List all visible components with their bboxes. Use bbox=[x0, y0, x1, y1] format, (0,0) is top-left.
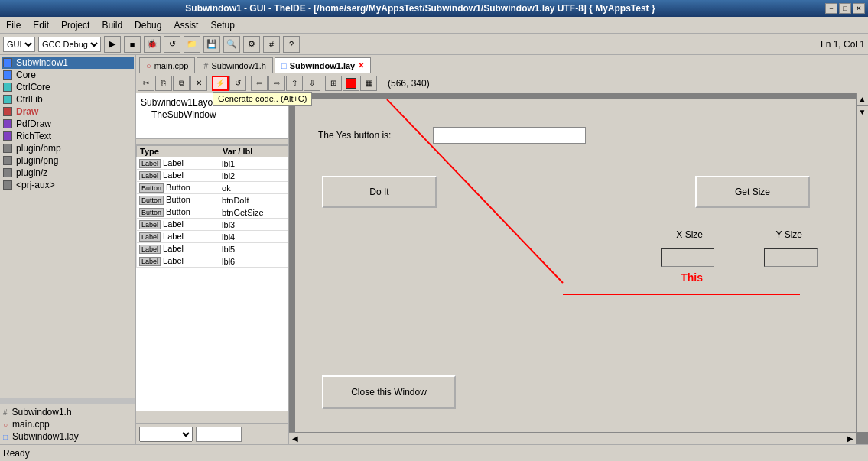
sidebar-item-pluginpng[interactable]: plugin/png bbox=[2, 154, 134, 167]
undo-btn[interactable]: ↺ bbox=[229, 76, 246, 91]
layout-var-input[interactable] bbox=[196, 427, 242, 442]
menu-bar: File Edit Project Build Debug Assist Set… bbox=[0, 17, 868, 34]
canvas-vscroll[interactable]: ▲ ▼ bbox=[856, 93, 868, 432]
tab-close-icon[interactable]: ✕ bbox=[358, 61, 364, 70]
align-top-btn[interactable]: ⇧ bbox=[286, 76, 303, 91]
toolbar-stop-btn[interactable]: ■ bbox=[124, 36, 141, 53]
maximize-button[interactable]: □ bbox=[839, 3, 851, 14]
toolbar: GUI GCC Debug ▶ ■ 🐞 ↺ 📁 💾 🔍 ⚙ # ? Ln 1, … bbox=[0, 34, 868, 55]
table-scroll[interactable] bbox=[136, 411, 288, 423]
grid-btn[interactable]: ⊞ bbox=[325, 76, 342, 91]
main-layout: Subwindow1 Core CtrlCore CtrlLib Draw Pd… bbox=[0, 55, 868, 444]
close-window-button[interactable]: Close this Window bbox=[322, 375, 456, 409]
toolbar-debug-btn[interactable]: 🐞 bbox=[144, 36, 161, 53]
layout-panel-left: Subwindow1Layout TheSubWindow Type bbox=[136, 93, 289, 444]
table-row[interactable]: Label Label lbl6 bbox=[137, 255, 288, 268]
tree-scroll[interactable] bbox=[136, 139, 288, 145]
get-size-button[interactable]: Get Size bbox=[695, 176, 810, 208]
table-row[interactable]: Label Label lbl4 bbox=[137, 231, 288, 243]
menu-debug[interactable]: Debug bbox=[132, 19, 164, 31]
toolbar-find-btn[interactable]: 🔍 bbox=[223, 36, 240, 53]
textbox-yes-value[interactable] bbox=[433, 127, 586, 144]
toolbar-help-btn[interactable]: ? bbox=[283, 36, 300, 53]
canvas-hscroll[interactable]: ◀ ▶ bbox=[289, 432, 856, 444]
tab-main-cpp-icon: ○ bbox=[146, 61, 151, 70]
hash-icon: # bbox=[3, 408, 8, 417]
status-bar: Ready bbox=[0, 444, 868, 461]
file-subwindow1h[interactable]: # Subwindow1.h bbox=[2, 406, 134, 418]
toolbar-reload-btn[interactable]: ↺ bbox=[164, 36, 180, 53]
pdfdraw-icon bbox=[3, 119, 12, 128]
tabs-row: ○ main.cpp # Subwindow1.h □ Subwindow1.l… bbox=[136, 55, 868, 73]
col-type-header: Type bbox=[137, 146, 219, 157]
input-y-size[interactable] bbox=[764, 248, 818, 267]
color-red-btn[interactable] bbox=[343, 76, 359, 91]
sidebar-item-ctrllib[interactable]: CtrlLib bbox=[2, 93, 134, 106]
do-it-button[interactable]: Do It bbox=[322, 176, 437, 208]
table-row[interactable]: Label Label lbl3 bbox=[137, 219, 288, 231]
align-left-btn[interactable]: ⇦ bbox=[251, 76, 268, 91]
menu-edit[interactable]: Edit bbox=[30, 19, 52, 31]
toolbar-build-btn[interactable]: ▶ bbox=[104, 36, 121, 53]
menu-build[interactable]: Build bbox=[99, 19, 125, 31]
input-x-size[interactable] bbox=[661, 248, 714, 267]
sidebar-item-pdfdraw[interactable]: PdfDraw bbox=[2, 118, 134, 130]
sidebar: Subwindow1 Core CtrlCore CtrlLib Draw Pd… bbox=[0, 55, 136, 444]
table-row[interactable]: Button Button btnGetSize bbox=[137, 206, 288, 219]
sidebar-item-richtext[interactable]: RichText bbox=[2, 130, 134, 142]
table-row[interactable]: Label Label lbl2 bbox=[137, 170, 288, 182]
table-row[interactable]: Label Label lbl1 bbox=[137, 157, 288, 170]
paste-btn[interactable]: ⧉ bbox=[173, 76, 190, 91]
toolbar-open-btn[interactable]: 📁 bbox=[184, 36, 200, 53]
sidebar-item-subwindow1[interactable]: Subwindow1 bbox=[2, 57, 134, 69]
menu-file[interactable]: File bbox=[3, 19, 24, 31]
align-bottom-btn[interactable]: ⇩ bbox=[304, 76, 320, 91]
table-row[interactable]: Label Label lbl5 bbox=[137, 243, 288, 255]
ctrlcore-icon bbox=[3, 83, 12, 92]
toolbar-replace-btn[interactable]: ⚙ bbox=[243, 36, 260, 53]
canvas-design-area: The Yes button is: Do It Get Size X Size… bbox=[295, 99, 856, 432]
window-controls[interactable]: − □ ✕ bbox=[825, 3, 865, 14]
menu-assist[interactable]: Assist bbox=[171, 19, 201, 31]
col-varlbl-header: Var / lbl bbox=[219, 146, 288, 157]
layout-type-select[interactable] bbox=[139, 427, 193, 442]
status-text: Ready bbox=[3, 448, 30, 459]
build-select[interactable]: GCC Debug bbox=[38, 37, 101, 52]
mode-select[interactable]: GUI bbox=[3, 37, 35, 52]
table-row[interactable]: Button Button btnDoIt bbox=[137, 194, 288, 206]
menu-setup[interactable]: Setup bbox=[207, 19, 237, 31]
minimize-button[interactable]: − bbox=[825, 3, 837, 14]
generate-code-btn[interactable]: ⚡ bbox=[212, 76, 229, 91]
tooltip-generate-code: Generate code.. (Alt+C) bbox=[213, 92, 312, 106]
sidebar-scroll[interactable] bbox=[0, 398, 135, 404]
tab-main-cpp[interactable]: ○ main.cpp bbox=[139, 57, 195, 73]
prjaux-icon bbox=[3, 180, 12, 190]
table-row[interactable]: Button Button ok bbox=[137, 182, 288, 194]
layout-tree-thesubwindow[interactable]: TheSubWindow bbox=[139, 109, 285, 121]
delete-btn[interactable]: ✕ bbox=[190, 76, 207, 91]
label-y-size: Y Size bbox=[776, 229, 802, 240]
align-right-btn[interactable]: ⇨ bbox=[268, 76, 285, 91]
sidebar-item-prjaux[interactable]: <prj-aux> bbox=[2, 179, 134, 191]
cpp-icon: ○ bbox=[3, 420, 8, 429]
color-check-btn[interactable]: ▦ bbox=[360, 76, 377, 91]
tab-subwindow1lay[interactable]: □ Subwindow1.lay ✕ bbox=[275, 57, 371, 73]
file-subwindow1lay[interactable]: □ Subwindow1.lay bbox=[2, 430, 134, 443]
sidebar-tree: Subwindow1 Core CtrlCore CtrlLib Draw Pd… bbox=[0, 55, 135, 398]
sidebar-item-pluginz[interactable]: plugin/z bbox=[2, 167, 134, 179]
tab-subwindow1h[interactable]: # Subwindow1.h bbox=[197, 57, 273, 73]
sidebar-item-core[interactable]: Core bbox=[2, 69, 134, 81]
layout-bottom-bar bbox=[136, 423, 288, 444]
copy-btn[interactable]: ⎘ bbox=[155, 76, 172, 91]
sidebar-item-pluginbmp[interactable]: plugin/bmp bbox=[2, 142, 134, 154]
file-maincpp[interactable]: ○ main.cpp bbox=[2, 418, 134, 430]
title-bar: Subwindow1 - GUI - TheIDE - [/home/serg/… bbox=[0, 0, 868, 17]
close-button[interactable]: ✕ bbox=[853, 3, 865, 14]
cut-btn[interactable]: ✂ bbox=[138, 76, 154, 91]
sidebar-item-draw[interactable]: Draw bbox=[2, 106, 134, 118]
toolbar-hash-btn[interactable]: # bbox=[263, 36, 280, 53]
sidebar-item-ctrlcore[interactable]: CtrlCore bbox=[2, 81, 134, 93]
toolbar-save-btn[interactable]: 💾 bbox=[203, 36, 220, 53]
richtext-icon bbox=[3, 131, 12, 141]
menu-project[interactable]: Project bbox=[58, 19, 93, 31]
